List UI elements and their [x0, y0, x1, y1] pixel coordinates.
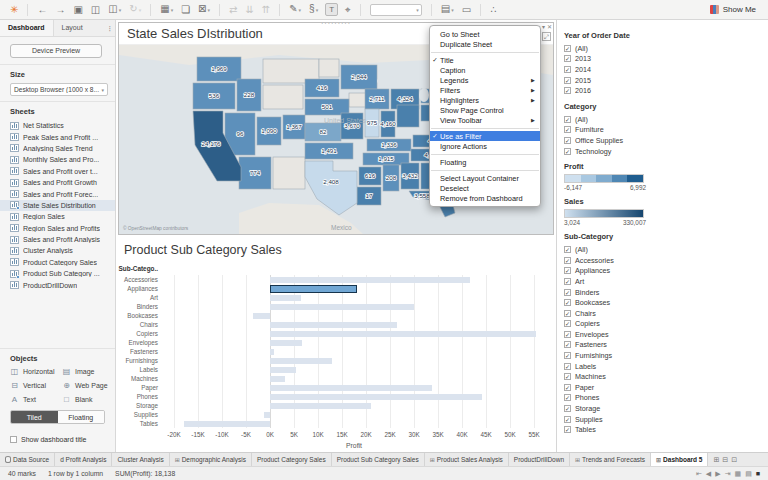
menu-item-floating[interactable]: Floating	[430, 157, 540, 167]
sheet-tab-cluster-analysis[interactable]: Cluster Analysis	[112, 453, 169, 466]
sheet-item-product-sub-category[interactable]: Product Sub Category ...	[0, 268, 115, 279]
checkbox-checked-icon[interactable]: ✓	[564, 66, 571, 73]
category-filter-option-technology[interactable]: ✓Technology	[564, 146, 768, 157]
sheet-tab-product-sub-category-sales[interactable]: Product Sub Category Sales	[332, 453, 425, 466]
next-sheet-button[interactable]: ▶	[715, 470, 720, 478]
bar-chairs[interactable]	[270, 322, 397, 328]
first-sheet-button[interactable]: ⇤	[696, 470, 702, 478]
menu-item-highlighters[interactable]: Highlighters▶	[430, 95, 540, 105]
last-sheet-button[interactable]: ⇥	[725, 470, 731, 478]
checkbox-checked-icon[interactable]: ✓	[564, 352, 571, 359]
menu-item-duplicate-sheet[interactable]: Duplicate Sheet	[430, 39, 540, 49]
subcategory-filter-option-bookcases[interactable]: ✓Bookcases	[564, 297, 768, 308]
category-filter-option-office-supplies[interactable]: ✓Office Supplies	[564, 135, 768, 146]
menu-item-use-as-filter[interactable]: ✓Use as Filter	[430, 131, 540, 141]
checkbox-checked-icon[interactable]: ✓	[564, 45, 571, 52]
checkbox-checked-icon[interactable]: ✓	[564, 126, 571, 133]
previous-sheet-button[interactable]: ◀	[706, 470, 711, 478]
checkbox-checked-icon[interactable]: ✓	[564, 148, 571, 155]
sheet-item-region-sales[interactable]: Region Sales	[0, 211, 115, 222]
new-worksheet-icon[interactable]: ▦▾	[156, 0, 177, 18]
checkbox-checked-icon[interactable]: ✓	[564, 257, 571, 264]
subcategory-filter-option-accessories[interactable]: ✓Accessories	[564, 255, 768, 266]
device-preview-button[interactable]: Device Preview	[10, 44, 102, 58]
bar-labels[interactable]	[270, 367, 296, 373]
bar-copiers[interactable]	[270, 331, 536, 337]
show-mark-labels-icon[interactable]: T	[325, 3, 338, 16]
show-hide-cards-icon[interactable]: ▤▾	[437, 0, 458, 18]
sheet-item-monthly-sales-and-pro[interactable]: Monthly Sales and Pro...	[0, 154, 115, 165]
sheet-tab-d-profit-analysis[interactable]: d Profit Analysis	[55, 453, 112, 466]
profit-color-legend[interactable]	[564, 174, 644, 183]
checkbox-checked-icon[interactable]: ✓	[564, 341, 571, 348]
bar-envelopes[interactable]	[270, 340, 302, 346]
menu-item-remove-from-dashboard[interactable]: Remove from Dashboard	[430, 193, 540, 203]
subcategory-filter-option-machines[interactable]: ✓Machines	[564, 371, 768, 382]
bar-storage[interactable]	[270, 403, 371, 409]
menu-item-view-toolbar[interactable]: View Toolbar▶	[430, 115, 540, 125]
checkbox-checked-icon[interactable]: ✓	[564, 278, 571, 285]
subcategory-filter-option-copiers[interactable]: ✓Copiers	[564, 319, 768, 330]
checkbox-checked-icon[interactable]: ✓	[564, 246, 571, 253]
checkbox-checked-icon[interactable]: ✓	[564, 299, 571, 306]
sort-descending-icon[interactable]: ⇈	[258, 1, 274, 19]
zone-options-icon[interactable]: ▾	[542, 23, 545, 31]
add-datasource-icon[interactable]: ◫	[87, 1, 104, 19]
tiled-button[interactable]: Tiled	[11, 411, 58, 423]
subcategory-filter-option-supplies[interactable]: ✓Supplies	[564, 414, 768, 425]
bar-chart-zone[interactable]: Product Sub Category Sales Sub-Catego.. …	[118, 239, 554, 450]
subcategory-filter-option-envelopes[interactable]: ✓Envelopes	[564, 329, 768, 340]
checkbox-checked-icon[interactable]: ✓	[564, 426, 571, 433]
swap-axes-icon[interactable]: ⇄	[225, 1, 241, 19]
map-state-NM[interactable]	[273, 157, 305, 189]
group-members-icon[interactable]: §▾	[305, 0, 322, 18]
sheet-item-sales-and-profit-over-t[interactable]: Sales and Profit over t...	[0, 166, 115, 177]
sheet-tab-product-sales-analysis[interactable]: ⊞Product Sales Analysis	[425, 453, 509, 466]
checkbox-checked-icon[interactable]: ✓	[564, 405, 571, 412]
subcategory-filter-option-binders[interactable]: ✓Binders	[564, 287, 768, 298]
checkbox-checked-icon[interactable]: ✓	[564, 137, 571, 144]
menu-item-ignore-actions[interactable]: Ignore Actions	[430, 141, 540, 151]
fix-axes-icon[interactable]: ⌖	[341, 1, 355, 19]
object-horizontal[interactable]: ◫Horizontal	[10, 367, 62, 376]
highlight-icon[interactable]: ✎▾	[285, 0, 305, 18]
menu-item-deselect[interactable]: Deselect	[430, 183, 540, 193]
tab-layout[interactable]: Layout	[54, 20, 91, 36]
object-text[interactable]: AText	[10, 395, 62, 404]
bar-tables[interactable]	[184, 421, 270, 427]
fit-selector[interactable]: ▾	[370, 4, 422, 16]
sheet-item-sales-and-profit-analysis[interactable]: Sales and Profit Analysis	[0, 234, 115, 245]
sheet-sorter-button[interactable]: ▦	[735, 470, 742, 478]
checkbox-checked-icon[interactable]: ✓	[564, 267, 571, 274]
subcategory-filter-option-labels[interactable]: ✓Labels	[564, 361, 768, 372]
subcategory-filter-option-phones[interactable]: ✓Phones	[564, 393, 768, 404]
go-to-sheet-icon[interactable]: ⤢	[542, 32, 551, 41]
bar-machines[interactable]	[270, 376, 285, 382]
menu-item-select-layout-container[interactable]: Select Layout Container	[430, 173, 540, 183]
run-auto-updates-icon[interactable]: ↻▾	[125, 0, 145, 18]
category-filter-option-furniture[interactable]: ✓Furniture	[564, 125, 768, 136]
bar-fasteners[interactable]	[270, 349, 274, 355]
size-select[interactable]: Desktop Browser (1000 x 8... ▾	[10, 83, 108, 96]
pause-auto-updates-icon[interactable]: ◫▾	[104, 0, 125, 18]
bar-binders[interactable]	[270, 304, 414, 310]
bar-accessories[interactable]	[270, 277, 470, 283]
presentation-mode-icon[interactable]: ▭	[458, 1, 475, 19]
menu-item-legends[interactable]: Legends▶	[430, 75, 540, 85]
sheet-tab-product-category-sales[interactable]: Product Category Sales	[252, 453, 332, 466]
subcategory-filter-option-storage[interactable]: ✓Storage	[564, 403, 768, 414]
bar-bookcases[interactable]	[253, 313, 270, 319]
checkbox-checked-icon[interactable]: ✓	[564, 289, 571, 296]
sales-color-legend[interactable]	[564, 209, 644, 218]
year-filter-option-2016[interactable]: ✓2016	[564, 85, 768, 96]
year-filter-option-2015[interactable]: ✓2015	[564, 75, 768, 86]
sheet-tab-data-source[interactable]: Data Source	[0, 453, 55, 466]
year-filter-option-2014[interactable]: ✓2014	[564, 64, 768, 75]
subcategory-filter-option-fasteners[interactable]: ✓Fasteners	[564, 340, 768, 351]
bar-supplies[interactable]	[264, 412, 270, 418]
sort-ascending-icon[interactable]: ⇊	[241, 1, 257, 19]
show-tabs-button[interactable]: ■	[756, 470, 760, 478]
menu-item-go-to-sheet[interactable]: Go to Sheet	[430, 29, 540, 39]
sheet-tab-dashboard-5[interactable]: ⊞Dashboard 5	[651, 453, 708, 466]
new-worksheet-tab-button[interactable]: ⊞	[713, 456, 719, 464]
